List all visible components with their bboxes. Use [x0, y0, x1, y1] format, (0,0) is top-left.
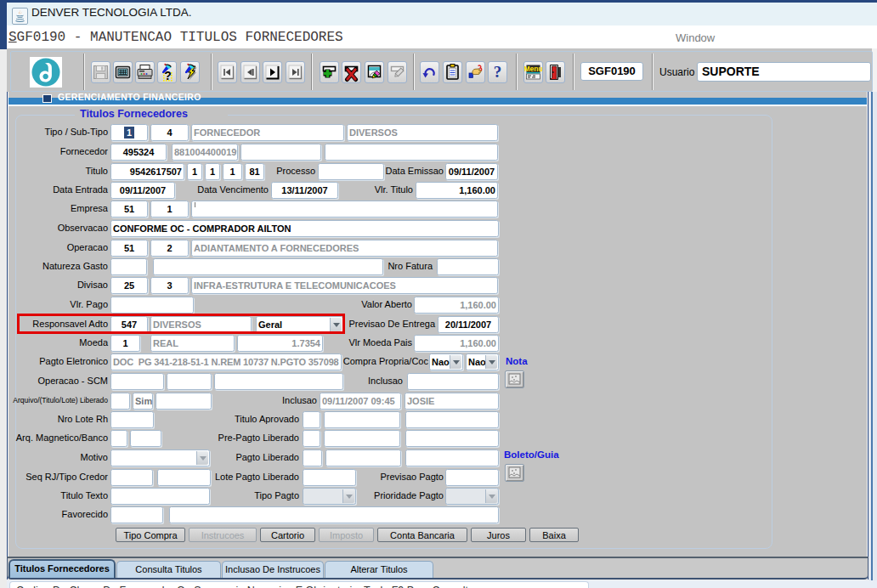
svg-text:?: ?	[494, 63, 502, 81]
svg-text:Menu: Menu	[524, 65, 542, 73]
